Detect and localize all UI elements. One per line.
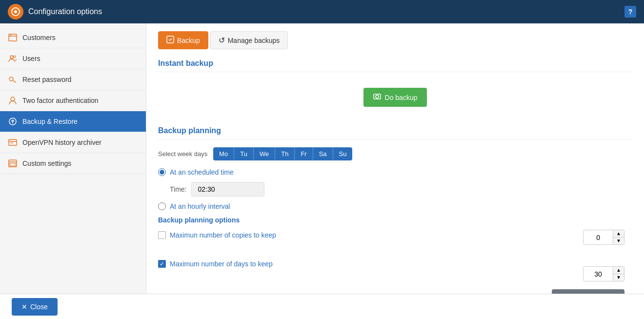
openvpn-icon	[8, 138, 18, 147]
svg-point-8	[11, 97, 15, 101]
time-row: Time:	[170, 182, 632, 197]
sidebar-item-users[interactable]: Users	[0, 48, 146, 69]
max-copies-spinner: ▲ ▼	[583, 230, 624, 245]
sidebar-label-users: Users	[22, 55, 40, 62]
customers-icon	[8, 33, 18, 42]
sidebar-item-two-factor[interactable]: Two factor authentication	[0, 90, 146, 111]
close-label: Close	[30, 303, 48, 311]
sidebar-label-custom-settings: Custom settings	[22, 160, 71, 167]
max-days-checkbox[interactable]: ✓	[158, 260, 166, 268]
sidebar-label-customers: Customers	[22, 34, 56, 41]
app-logo	[8, 4, 23, 20]
week-day-tu[interactable]: Tu	[234, 147, 254, 160]
sidebar-item-backup-restore[interactable]: Backup & Restore	[0, 111, 146, 132]
do-backup-icon	[373, 93, 381, 102]
help-button[interactable]: ?	[624, 6, 636, 18]
custom-settings-icon	[8, 159, 18, 168]
max-days-spinner-btns: ▲ ▼	[613, 267, 624, 281]
scheduled-time-radio[interactable]	[158, 168, 166, 176]
hourly-interval-label: At an hourly interval	[170, 202, 230, 210]
instant-backup-area: Do backup	[158, 80, 632, 115]
week-day-su[interactable]: Su	[333, 147, 353, 160]
backup-planning-options-title: Backup planning options	[158, 216, 632, 224]
max-copies-input[interactable]	[584, 231, 613, 244]
svg-point-1	[14, 10, 17, 13]
week-day-sa[interactable]: Sa	[313, 147, 333, 160]
footer-right: ✕ Close	[12, 298, 58, 316]
max-days-row: ✓ Maximum number of days to keep	[158, 260, 583, 268]
svg-point-7	[9, 77, 13, 81]
main-container: Customers Users Reset passw	[0, 23, 644, 294]
week-days-row: Select week days Mo Tu We Th Fr Sa Su	[158, 147, 632, 160]
header-left: Configuration options	[8, 4, 102, 20]
backup-tab-icon	[166, 36, 174, 45]
svg-point-19	[376, 95, 379, 98]
sidebar: Customers Users Reset passw	[0, 23, 146, 294]
week-day-we[interactable]: We	[254, 147, 275, 160]
close-button[interactable]: ✕ Close	[12, 298, 58, 316]
key-icon	[8, 75, 18, 84]
max-days-up[interactable]: ▲	[613, 267, 624, 274]
select-week-days-label: Select week days	[158, 150, 207, 158]
sidebar-item-openvpn[interactable]: OpenVPN history archiver	[0, 132, 146, 153]
max-days-input[interactable]	[584, 267, 613, 281]
scheduled-time-row: At an scheduled time	[158, 168, 632, 176]
tab-manage-backups-label: Manage backups	[228, 37, 280, 44]
page-title: Configuration options	[28, 7, 102, 16]
tab-manage-backups[interactable]: ↺ Manage backups	[210, 31, 288, 49]
sidebar-label-two-factor: Two factor authentication	[22, 97, 99, 104]
week-day-th[interactable]: Th	[275, 147, 295, 160]
header: Configuration options ?	[0, 0, 644, 23]
do-backup-button[interactable]: Do backup	[363, 88, 427, 107]
users-icon	[8, 54, 18, 63]
max-copies-spinner-btns: ▲ ▼	[613, 230, 624, 244]
week-day-mo[interactable]: Mo	[213, 147, 234, 160]
tab-backup-label: Backup	[177, 37, 200, 44]
hourly-interval-row: At an hourly interval	[158, 202, 632, 210]
svg-rect-16	[10, 163, 16, 166]
svg-rect-11	[9, 140, 17, 145]
hourly-interval-radio[interactable]	[158, 202, 166, 210]
max-days-spinner: ▲ ▼	[583, 266, 624, 281]
svg-point-6	[14, 56, 16, 58]
tabs-container: Backup ↺ Manage backups	[158, 31, 632, 49]
svg-rect-2	[9, 34, 17, 41]
manage-backups-icon: ↺	[219, 36, 225, 45]
two-factor-icon	[8, 96, 18, 105]
scheduled-time-label: At an scheduled time	[170, 168, 234, 176]
backup-icon	[8, 117, 18, 126]
time-label: Time:	[170, 185, 186, 193]
max-copies-label: Maximun number of copies to keep	[170, 231, 276, 239]
max-days-label: Maximum number of days to keep	[170, 260, 273, 268]
max-copies-row: Maximun number of copies to keep	[158, 231, 583, 239]
sidebar-item-customers[interactable]: Customers	[0, 27, 146, 48]
max-copies-down[interactable]: ▼	[613, 238, 624, 244]
max-copies-up[interactable]: ▲	[613, 230, 624, 238]
week-day-fr[interactable]: Fr	[295, 147, 313, 160]
content-area: Backup ↺ Manage backups Instant backup D…	[146, 23, 644, 294]
tab-backup[interactable]: Backup	[158, 31, 208, 49]
backup-planning-title: Backup planning	[158, 126, 632, 140]
max-copies-checkbox[interactable]	[158, 231, 166, 239]
sidebar-label-backup-restore: Backup & Restore	[22, 118, 78, 125]
sidebar-item-reset-password[interactable]: Reset password	[0, 69, 146, 90]
save-changes-button[interactable]: Save changes	[552, 289, 624, 294]
sidebar-item-custom-settings[interactable]: Custom settings	[0, 153, 146, 174]
sidebar-label-openvpn: OpenVPN history archiver	[22, 139, 101, 146]
do-backup-label: Do backup	[385, 94, 418, 101]
max-days-down[interactable]: ▼	[613, 274, 624, 281]
footer: ✕ Close	[0, 294, 644, 319]
sidebar-label-reset-password: Reset password	[22, 76, 71, 83]
week-days-selector: Mo Tu We Th Fr Sa Su	[213, 147, 352, 160]
instant-backup-title: Instant backup	[158, 59, 632, 72]
time-input[interactable]	[191, 182, 264, 197]
close-icon: ✕	[21, 303, 27, 311]
svg-point-5	[10, 56, 13, 59]
